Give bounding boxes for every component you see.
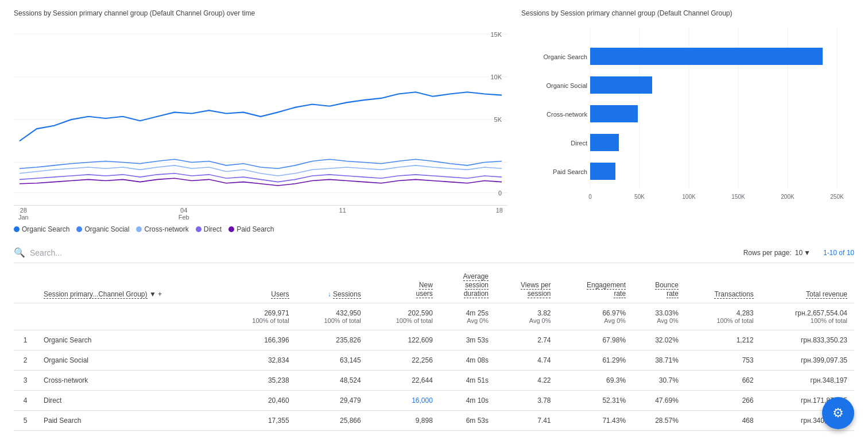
th-new-users[interactable]: Newusers (368, 268, 440, 303)
th-channel[interactable]: Session primary...Channel Group) ▼ + (37, 268, 224, 303)
row1-new-users: 122,609 (368, 330, 440, 350)
row3-views-per-session: 4.22 (495, 371, 557, 391)
svg-text:250K: 250K (830, 194, 844, 200)
svg-rect-30 (590, 163, 615, 180)
table-header-row: Session primary...Channel Group) ▼ + Use… (14, 268, 854, 303)
legend-organic-social[interactable]: Organic Social (76, 225, 129, 233)
legend-dot-direct (196, 226, 202, 232)
row5-engagement-rate: 71.43% (557, 411, 633, 431)
th-channel-label: Session primary...Channel Group) (44, 290, 148, 299)
gear-icon: ⚙ (832, 406, 844, 421)
row5-users: 17,355 (224, 411, 296, 431)
row5-avg-duration: 6m 53s (440, 411, 495, 431)
add-dimension-icon[interactable]: + (158, 290, 162, 298)
row2-new-users: 22,256 (368, 350, 440, 371)
row4-transactions: 266 (685, 391, 761, 411)
row5-channel[interactable]: Paid Search (37, 411, 224, 431)
table-row: 4 Direct 20,460 29,479 16,000 4m 10s 3.7… (14, 391, 854, 411)
table-row: 2 Organic Social 32,834 63,145 22,256 4m… (14, 350, 854, 371)
svg-text:5K: 5K (494, 116, 502, 123)
data-table: Session primary...Channel Group) ▼ + Use… (14, 268, 854, 431)
row1-channel[interactable]: Organic Search (37, 330, 224, 350)
row1-bounce-rate: 32.02% (633, 330, 685, 350)
total-transactions: 4,283 100% of total (685, 303, 761, 330)
legend-dot-paid-search (228, 226, 234, 232)
row4-channel[interactable]: Direct (37, 391, 224, 411)
line-chart-svg: 15K 10K 5K 0 (14, 22, 507, 205)
svg-text:Direct: Direct (571, 140, 587, 147)
rows-dropdown[interactable]: 10 ▼ (795, 249, 811, 257)
bar-chart-section: Sessions by Session primary channel grou… (521, 9, 854, 233)
legend-label-organic-social: Organic Social (84, 225, 129, 233)
totals-row: 269,971 100% of total 432,950 100% of to… (14, 303, 854, 330)
row2-channel[interactable]: Organic Social (37, 350, 224, 371)
row5-sessions: 25,866 (296, 411, 368, 431)
row3-engagement-rate: 69.3% (557, 371, 633, 391)
row1-views-per-session: 2.74 (495, 330, 557, 350)
row3-total-revenue: грн.348,197 (761, 371, 854, 391)
row2-total-revenue: грн.399,097.35 (761, 350, 854, 371)
total-engagement-rate: 66.97% Avg 0% (557, 303, 633, 330)
svg-rect-26 (590, 105, 638, 122)
th-bounce-rate[interactable]: Bouncerate (633, 268, 685, 303)
total-sessions: 432,950 100% of total (296, 303, 368, 330)
settings-fab[interactable]: ⚙ (822, 397, 854, 429)
bottom-section: 🔍 Rows per page: 10 ▼ 1-10 of 10 Session… (0, 238, 868, 440)
row3-rank: 3 (14, 371, 37, 391)
th-sessions[interactable]: ↓ Sessions (296, 268, 368, 303)
x-label-18: 18 (496, 207, 503, 221)
th-views-per-session[interactable]: Views persession (495, 268, 557, 303)
chart-legend: Organic Search Organic Social Cross-netw… (14, 225, 507, 233)
x-label-11: 11 (339, 207, 346, 221)
th-transactions[interactable]: Transactions (685, 268, 761, 303)
legend-organic-search[interactable]: Organic Search (14, 225, 69, 233)
legend-label-cross-network: Cross-network (144, 225, 188, 233)
row4-bounce-rate: 47.69% (633, 391, 685, 411)
total-rank (14, 303, 37, 330)
legend-label-organic-search: Organic Search (22, 225, 69, 233)
svg-text:0: 0 (498, 190, 502, 197)
total-views-per-session: 3.82 Avg 0% (495, 303, 557, 330)
legend-direct[interactable]: Direct (196, 225, 222, 233)
row5-rank: 5 (14, 411, 37, 431)
table-row: 5 Paid Search 17,355 25,866 9,898 6m 53s… (14, 411, 854, 431)
table-row: 3 Cross-network 35,238 48,524 22,644 4m … (14, 371, 854, 391)
row3-sessions: 48,524 (296, 371, 368, 391)
line-chart-title: Sessions by Session primary channel grou… (14, 9, 507, 17)
row1-sessions: 235,826 (296, 330, 368, 350)
legend-cross-network[interactable]: Cross-network (136, 225, 188, 233)
th-engagement-rate[interactable]: Engagementrate (557, 268, 633, 303)
row3-avg-duration: 4m 51s (440, 371, 495, 391)
row1-engagement-rate: 67.98% (557, 330, 633, 350)
row3-channel[interactable]: Cross-network (37, 371, 224, 391)
rows-value: 10 (795, 249, 803, 257)
row1-total-revenue: грн.833,350.23 (761, 330, 854, 350)
th-users[interactable]: Users (224, 268, 296, 303)
svg-text:150K: 150K (731, 194, 745, 200)
th-total-revenue[interactable]: Total revenue (761, 268, 854, 303)
row4-avg-duration: 4m 10s (440, 391, 495, 411)
th-avg-duration[interactable]: Averagesessionduration (440, 268, 495, 303)
x-label-feb04: 04Feb (179, 207, 189, 221)
legend-label-direct: Direct (204, 225, 222, 233)
search-bar: 🔍 Rows per page: 10 ▼ 1-10 of 10 (14, 242, 854, 263)
row4-new-users: 16,000 (368, 391, 440, 411)
svg-text:Cross-network: Cross-network (547, 111, 587, 118)
row4-sessions: 29,479 (296, 391, 368, 411)
row1-transactions: 1,212 (685, 330, 761, 350)
row2-transactions: 753 (685, 350, 761, 371)
sort-dropdown-icon[interactable]: ▼ (149, 290, 156, 298)
row1-rank: 1 (14, 330, 37, 350)
total-avg-duration: 4m 25s Avg 0% (440, 303, 495, 330)
svg-text:0: 0 (588, 194, 592, 200)
line-chart-area: 15K 10K 5K 0 (14, 22, 507, 206)
svg-text:Organic Search: Organic Search (544, 53, 587, 60)
svg-text:100K: 100K (682, 194, 696, 200)
search-input[interactable] (30, 248, 202, 257)
total-new-users: 202,590 100% of total (368, 303, 440, 330)
row4-users: 20,460 (224, 391, 296, 411)
legend-paid-search[interactable]: Paid Search (228, 225, 274, 233)
svg-rect-24 (590, 76, 652, 94)
legend-dot-organic-social (76, 226, 82, 232)
total-users: 269,971 100% of total (224, 303, 296, 330)
